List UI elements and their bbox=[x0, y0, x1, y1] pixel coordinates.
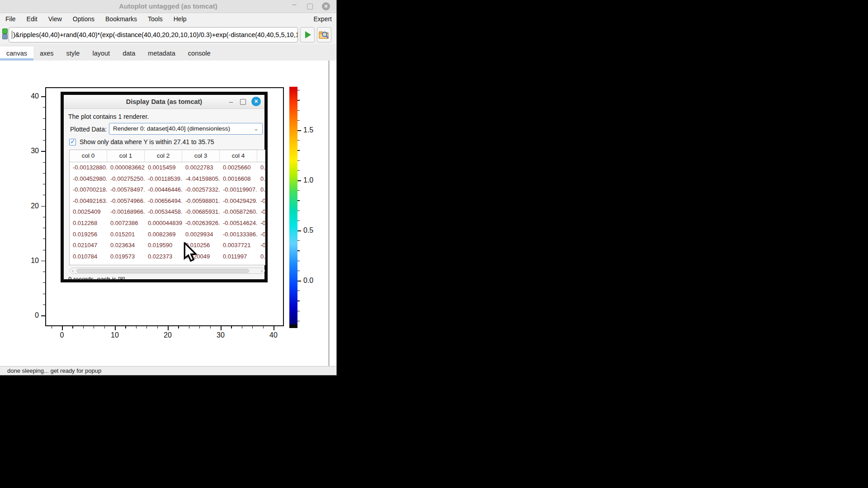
y-major-tick bbox=[41, 315, 45, 316]
table-row[interactable]: 0.0122680.00723860.000044839-0.00263926.… bbox=[70, 218, 265, 229]
colorbar-minor-tick bbox=[297, 250, 300, 251]
table-cell: 0.00 bbox=[257, 162, 265, 174]
uri-input[interactable]: )&ripples(40,40)+rand(40,40)*(exp(-dista… bbox=[9, 27, 298, 42]
x-minor-tick bbox=[210, 326, 211, 328]
table-cell: -0.00446446... bbox=[145, 184, 182, 196]
colorbar-major-tick bbox=[297, 180, 301, 181]
menu-help[interactable]: Help bbox=[168, 13, 192, 25]
uri-dropdown-arrow-icon[interactable]: ⌄ bbox=[290, 31, 295, 38]
x-minor-tick bbox=[199, 326, 200, 328]
colorbar-minor-tick bbox=[297, 170, 300, 171]
dialog-close-button[interactable]: × bbox=[251, 97, 261, 106]
tab-style[interactable]: style bbox=[60, 47, 86, 61]
table-header: col 0col 1col 2col 3col 4 bbox=[70, 150, 265, 162]
y-major-tick bbox=[41, 261, 45, 262]
colorbar[interactable] bbox=[289, 87, 297, 324]
table-row[interactable]: -0.00452980...-0.00275250...-0.00118539.… bbox=[70, 174, 265, 185]
scroll-right-arrow-icon[interactable]: › bbox=[261, 268, 263, 273]
menu-bookmarks[interactable]: Bookmarks bbox=[100, 13, 142, 25]
colorbar-minor-tick bbox=[297, 271, 300, 271]
window-titlebar[interactable]: Autoplot untagged (as tomcat) – × bbox=[0, 0, 336, 13]
tab-data[interactable]: data bbox=[116, 47, 142, 61]
table-cell: 0.0082369 bbox=[145, 229, 182, 240]
plotted-data-select[interactable]: Renderer 0: dataset[40,40] (dimensionles… bbox=[109, 123, 263, 135]
table-row[interactable]: 0.0192560.0152010.00823690.0029934-0.001… bbox=[70, 229, 265, 240]
table-row[interactable]: 0.0025409-0.00168966...-0.00534458...-0.… bbox=[70, 206, 265, 218]
records-summary: 9 records, each is [8] bbox=[68, 276, 125, 282]
y-minor-tick bbox=[43, 107, 45, 108]
colorbar-minor-tick bbox=[297, 100, 300, 100]
canvas-right-edge bbox=[328, 61, 330, 366]
table-cell: 0.015201 bbox=[107, 229, 145, 240]
x-minor-tick bbox=[146, 326, 147, 328]
column-header: col 4 bbox=[220, 150, 257, 162]
tab-metadata[interactable]: metadata bbox=[142, 47, 181, 61]
scroll-left-arrow-icon[interactable]: ‹ bbox=[72, 268, 74, 273]
colorbar-minor-tick bbox=[297, 261, 300, 261]
dialog-titlebar[interactable]: Display Data (as tomcat) – × bbox=[64, 95, 264, 109]
dialog-minimize-button[interactable]: – bbox=[229, 96, 233, 107]
x-major-tick bbox=[115, 326, 116, 330]
table-row[interactable]: 0.0210470.0236340.0195900.0102560.003772… bbox=[70, 240, 265, 251]
x-minor-tick bbox=[252, 326, 253, 328]
window-title: Autoplot untagged (as tomcat) bbox=[0, 0, 336, 13]
x-minor-tick bbox=[157, 326, 158, 328]
datasource-status-green-icon bbox=[2, 28, 8, 34]
colorbar-minor-tick bbox=[297, 120, 300, 121]
table-row[interactable]: 0.0107840.0195730.0223730.0200490.011997… bbox=[70, 251, 265, 263]
plot-go-button[interactable] bbox=[300, 27, 315, 42]
colorbar-minor-tick bbox=[297, 300, 300, 301]
tab-axes[interactable]: axes bbox=[33, 47, 60, 61]
table-cell: -0.0 bbox=[257, 229, 265, 240]
table-cell: -0.0 bbox=[257, 206, 265, 218]
menu-edit[interactable]: Edit bbox=[21, 13, 43, 25]
menu-file[interactable]: File bbox=[0, 13, 21, 25]
y-tick-label: 40 bbox=[24, 92, 39, 100]
x-minor-tick bbox=[136, 326, 137, 328]
data-table[interactable]: col 0col 1col 2col 3col 4 -0.00132880...… bbox=[69, 150, 265, 265]
table-cell: -0.00685931... bbox=[182, 206, 220, 218]
table-row[interactable]: -0.00492163...-0.00574966...-0.00656494.… bbox=[70, 196, 265, 207]
table-row[interactable]: -0.00132880...0.0000836620.00154590.0022… bbox=[70, 162, 265, 174]
table-cell: 0.023634 bbox=[107, 240, 145, 251]
table-cell: -0.0 bbox=[257, 218, 265, 229]
table-cell: 0.019573 bbox=[107, 251, 145, 263]
maximize-button[interactable] bbox=[307, 4, 313, 9]
x-tick-label: 30 bbox=[212, 331, 229, 339]
menu-view[interactable]: View bbox=[43, 13, 67, 25]
horizontal-scrollbar[interactable]: ‹ › bbox=[70, 267, 265, 274]
y-tick-label: 20 bbox=[24, 202, 39, 210]
menu-options[interactable]: Options bbox=[67, 13, 100, 25]
dialog-maximize-button[interactable] bbox=[240, 99, 246, 105]
colorbar-minor-tick bbox=[297, 311, 300, 311]
table-row[interactable]: -0.00700218...-0.00578497...-0.00446446.… bbox=[70, 184, 265, 196]
colorbar-minor-tick bbox=[297, 321, 300, 321]
x-minor-tick bbox=[125, 326, 126, 328]
y-major-tick bbox=[41, 96, 45, 97]
colorbar-tick-label: 0.5 bbox=[303, 226, 313, 235]
tab-layout[interactable]: layout bbox=[86, 47, 116, 61]
plotted-data-value: Renderer 0: dataset[40,40] (dimensionles… bbox=[113, 123, 230, 134]
menu-tools[interactable]: Tools bbox=[142, 13, 168, 25]
expert-mode-label[interactable]: Expert bbox=[314, 13, 332, 25]
arrow-cursor-icon bbox=[183, 242, 198, 262]
close-button[interactable]: × bbox=[322, 2, 330, 10]
table-cell: -0.00118539... bbox=[145, 174, 182, 185]
scrollbar-thumb[interactable] bbox=[76, 269, 249, 273]
filter-checkbox[interactable]: ✓ bbox=[69, 139, 76, 145]
x-minor-tick bbox=[263, 326, 264, 328]
y-minor-tick bbox=[43, 173, 45, 174]
table-cell: 0.019590 bbox=[145, 240, 182, 251]
minimize-button[interactable]: – bbox=[290, 1, 298, 9]
autoplot-window: Autoplot untagged (as tomcat) – × Expert… bbox=[0, 0, 337, 375]
inspect-uri-button[interactable] bbox=[317, 27, 331, 42]
tab-canvas[interactable]: canvas bbox=[0, 47, 33, 61]
table-cell: -0.00132880... bbox=[70, 162, 107, 174]
y-minor-tick bbox=[43, 272, 45, 272]
colorbar-minor-tick bbox=[297, 221, 300, 221]
table-cell: -0.00492163... bbox=[70, 196, 107, 207]
y-tick-label: 10 bbox=[24, 257, 39, 265]
colorbar-tick-label: 0.0 bbox=[303, 277, 313, 285]
tab-console[interactable]: console bbox=[182, 47, 217, 61]
x-minor-tick bbox=[189, 326, 189, 328]
